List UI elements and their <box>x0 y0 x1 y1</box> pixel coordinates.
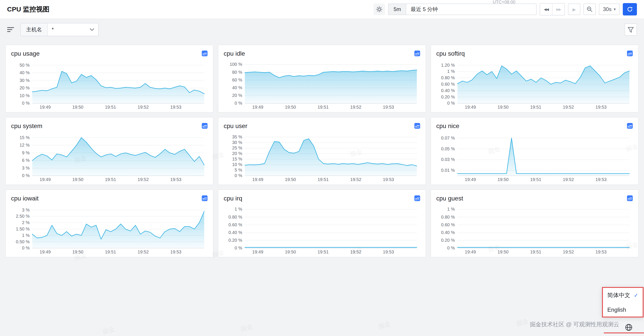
chart-title: cpu guest <box>436 195 463 202</box>
language-option-en[interactable]: English <box>603 303 643 317</box>
host-filter-label: 主机名 <box>21 23 48 36</box>
funnel-filter-button[interactable] <box>624 23 637 36</box>
svg-text:19:49: 19:49 <box>252 250 263 254</box>
page-title: CPU 监控视图 <box>7 5 50 13</box>
svg-text:2 %: 2 % <box>22 220 30 225</box>
refresh-icon <box>627 6 633 12</box>
chart-canvas[interactable]: 0 %0.20 %0.40 %0.60 %0.80 %1 %19:4919:50… <box>436 203 633 255</box>
chart-card-header: cpu nice <box>436 121 633 131</box>
svg-text:30 %: 30 % <box>232 140 242 145</box>
funnel-icon <box>628 27 634 32</box>
chart-title: cpu nice <box>436 122 459 129</box>
chart-export-button[interactable] <box>414 123 420 129</box>
svg-text:19:51: 19:51 <box>318 105 329 109</box>
watermark-glyph: 掘金 <box>240 323 254 333</box>
svg-text:1 %: 1 % <box>447 69 455 74</box>
svg-text:19:52: 19:52 <box>563 250 574 254</box>
chart-card-header: cpu idle <box>224 48 420 58</box>
svg-text:19:50: 19:50 <box>72 105 83 109</box>
chart-card: cpu idle 0 %20 %40 %60 %80 %100 %19:4919… <box>218 45 426 113</box>
chart-export-button[interactable] <box>414 195 420 201</box>
chart-export-button[interactable] <box>202 123 208 129</box>
metric-chart-icon <box>414 195 420 201</box>
chart-canvas[interactable]: 0 %10 %20 %30 %40 %50 %19:4919:5019:5119… <box>11 58 208 110</box>
svg-text:0.80 %: 0.80 % <box>228 215 242 219</box>
svg-text:19:49: 19:49 <box>252 105 263 109</box>
svg-text:0.07 %: 0.07 % <box>441 136 455 140</box>
language-option-label: 简体中文 <box>607 291 630 299</box>
svg-text:19:50: 19:50 <box>285 177 296 182</box>
svg-text:0.20 %: 0.20 % <box>441 238 455 243</box>
chart-canvas[interactable]: 0 %0.50 %1 %1.50 %2 %2.50 %3 %19:4919:50… <box>11 203 208 255</box>
chart-export-button[interactable] <box>627 195 633 201</box>
language-switch-button[interactable] <box>625 324 632 333</box>
time-range-shortcut[interactable]: 5m <box>388 3 406 15</box>
chevron-down-icon: ▾ <box>614 7 616 11</box>
check-icon: ✓ <box>634 292 638 299</box>
svg-text:0 %: 0 % <box>447 246 455 250</box>
filter-lines-icon[interactable] <box>7 26 14 33</box>
chart-canvas[interactable]: 0.01 %0.03 %0.05 %0.07 %19:4919:5019:511… <box>436 131 633 183</box>
svg-text:60 %: 60 % <box>232 77 242 82</box>
svg-text:1.50 %: 1.50 % <box>16 227 30 231</box>
svg-text:19:51: 19:51 <box>530 177 541 182</box>
chart-card-header: cpu softirq <box>436 48 633 58</box>
metric-chart-icon <box>627 50 633 56</box>
language-option-zh[interactable]: 简体中文 ✓ <box>603 288 643 303</box>
svg-text:19:51: 19:51 <box>318 177 329 182</box>
svg-text:0 %: 0 % <box>22 173 30 178</box>
refresh-button[interactable] <box>623 3 637 15</box>
refresh-interval-select[interactable]: 30s ▾ <box>599 3 620 15</box>
chart-card-header: cpu user <box>224 121 420 131</box>
chart-canvas[interactable]: 0 %0.20 %0.40 %0.60 %0.80 %1 %19:4919:50… <box>224 203 420 255</box>
chart-card-header: cpu irq <box>224 193 420 203</box>
zoom-out-icon <box>586 6 593 12</box>
svg-text:19:51: 19:51 <box>105 250 116 254</box>
chart-export-button[interactable] <box>627 50 633 56</box>
step-forward-button[interactable]: ▶▶ <box>552 3 564 15</box>
svg-text:0.40 %: 0.40 % <box>441 230 455 235</box>
svg-text:35 %: 35 % <box>232 134 242 139</box>
svg-text:12 %: 12 % <box>20 143 30 147</box>
settings-button[interactable] <box>374 3 385 15</box>
svg-text:10 %: 10 % <box>232 162 242 167</box>
svg-text:19:52: 19:52 <box>563 105 574 109</box>
chart-card: cpu system 0 %3 %6 %9 %12 %15 %19:4919:5… <box>5 117 214 185</box>
svg-text:19:51: 19:51 <box>105 105 116 109</box>
svg-text:19:49: 19:49 <box>252 177 263 182</box>
svg-text:19:52: 19:52 <box>138 177 149 182</box>
time-range-input[interactable]: 最近 5 分钟 <box>406 3 536 15</box>
step-back-button[interactable]: ◀◀ <box>540 3 552 15</box>
svg-text:25 %: 25 % <box>232 145 242 150</box>
fast-forward-icon: ▶▶ <box>556 7 561 11</box>
svg-text:19:50: 19:50 <box>72 177 83 182</box>
chart-export-button[interactable] <box>202 195 208 201</box>
chart-export-button[interactable] <box>202 50 208 56</box>
chart-canvas[interactable]: 0 %5 %10 %15 %20 %25 %30 %35 %19:4919:50… <box>224 131 420 183</box>
chart-card-header: cpu system <box>11 121 208 131</box>
svg-text:0 %: 0 % <box>235 246 242 250</box>
svg-text:19:53: 19:53 <box>170 105 182 109</box>
svg-text:19:51: 19:51 <box>530 105 541 109</box>
svg-text:2.50 %: 2.50 % <box>16 214 30 219</box>
svg-text:19:53: 19:53 <box>596 250 607 254</box>
host-filter-select[interactable]: * <box>48 23 98 36</box>
play-button[interactable]: ▶ <box>568 3 580 15</box>
rewind-icon: ◀◀ <box>544 7 548 11</box>
chart-card-header: cpu usage <box>11 48 208 58</box>
svg-text:20 %: 20 % <box>20 85 30 90</box>
chart-canvas[interactable]: 0 %0.20 %0.40 %0.60 %0.80 %1 %1.20 %19:4… <box>436 58 633 110</box>
chart-canvas[interactable]: 0 %3 %6 %9 %12 %15 %19:4919:5019:5119:52… <box>11 131 208 183</box>
svg-text:0 %: 0 % <box>22 246 30 250</box>
annotation-underline <box>604 333 644 333</box>
chart-export-button[interactable] <box>414 50 420 56</box>
chart-title: cpu system <box>11 122 42 129</box>
chart-canvas[interactable]: 0 %20 %40 %60 %80 %100 %19:4919:5019:511… <box>224 58 420 110</box>
zoom-out-button[interactable] <box>584 3 596 15</box>
svg-text:19:50: 19:50 <box>498 105 508 109</box>
svg-text:0.60 %: 0.60 % <box>441 222 455 227</box>
filter-bar: 主机名 * <box>0 19 644 40</box>
metric-chart-icon <box>202 123 208 129</box>
svg-text:0.20 %: 0.20 % <box>441 94 455 99</box>
chart-export-button[interactable] <box>627 123 633 129</box>
